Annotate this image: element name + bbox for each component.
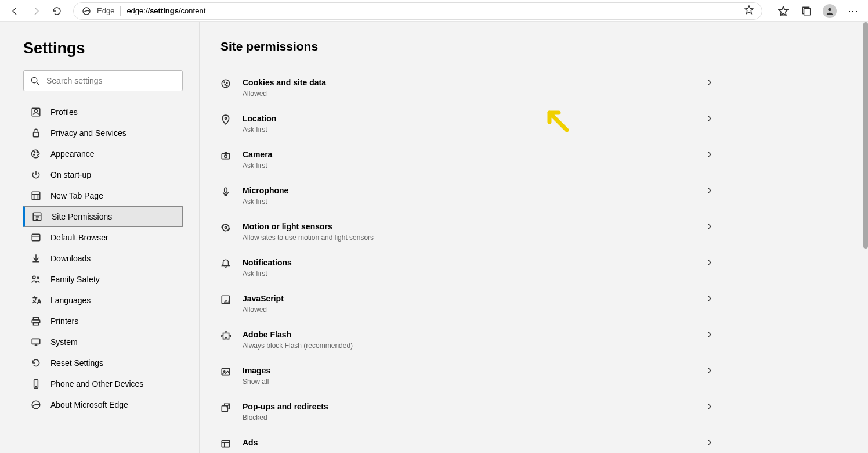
grid-icon	[31, 190, 41, 201]
sidebar-item-startup[interactable]: On start-up	[23, 164, 183, 185]
refresh-button[interactable]	[46, 1, 67, 21]
back-button[interactable]	[5, 1, 26, 21]
permission-status: Ask first	[243, 161, 693, 170]
sidebar-item-printers[interactable]: Printers	[23, 311, 183, 332]
permission-title: JavaScript	[243, 294, 693, 303]
permission-status: Allowed	[243, 89, 693, 98]
more-menu-icon[interactable]: ⋯	[842, 1, 863, 21]
svg-point-29	[225, 155, 227, 158]
permission-status: Allow sites to use motion and light sens…	[243, 233, 693, 242]
cookie-icon	[220, 78, 231, 89]
extension-icon	[220, 330, 231, 341]
profile-avatar[interactable]	[819, 1, 840, 21]
reset-icon	[31, 358, 41, 368]
sidebar-item-appearance[interactable]: Appearance	[23, 143, 183, 164]
permission-flash[interactable]: Adobe FlashAlways block Flash (recommend…	[220, 322, 714, 358]
svg-rect-6	[34, 132, 39, 137]
sidebar-item-label: New Tab Page	[50, 191, 103, 200]
forward-button[interactable]	[26, 1, 46, 21]
svg-point-22	[222, 80, 230, 88]
sidebar-item-label: On start-up	[50, 170, 91, 179]
permission-cookies[interactable]: Cookies and site dataAllowed	[220, 70, 714, 106]
permission-title: Images	[243, 366, 693, 375]
permission-title: Ads	[243, 438, 693, 447]
svg-rect-17	[34, 322, 39, 325]
profile-icon	[31, 107, 41, 117]
chevron-right-icon	[704, 330, 714, 339]
svg-point-24	[227, 82, 227, 83]
sidebar-item-default-browser[interactable]: Default Browser	[23, 227, 183, 248]
svg-rect-30	[225, 188, 227, 192]
main-content: Site permissions Cookies and site dataAl…	[200, 22, 868, 453]
sidebar-item-privacy[interactable]: Privacy and Services	[23, 123, 183, 143]
permission-camera[interactable]: CameraAsk first	[220, 142, 714, 178]
permission-status: Always block Flash (recommended)	[243, 341, 693, 350]
sidebar-item-label: Printers	[50, 317, 78, 326]
sidebar-item-about[interactable]: About Microsoft Edge	[23, 394, 183, 415]
sidebar-item-system[interactable]: System	[23, 332, 183, 353]
sidebar-item-downloads[interactable]: Downloads	[23, 248, 183, 269]
chevron-right-icon	[704, 114, 714, 123]
power-icon	[31, 170, 41, 180]
browser-icon	[31, 232, 41, 243]
sidebar-item-reset[interactable]: Reset Settings	[23, 353, 183, 373]
svg-point-23	[224, 82, 225, 82]
edge-icon	[31, 400, 41, 410]
bell-icon	[220, 258, 231, 269]
printer-icon	[31, 316, 41, 326]
svg-point-5	[35, 110, 38, 113]
svg-point-31	[225, 227, 226, 228]
sidebar-item-phone[interactable]: Phone and Other Devices	[23, 373, 183, 394]
edge-logo-icon	[82, 6, 91, 16]
permissions-icon	[32, 211, 42, 222]
permission-title: Pop-ups and redirects	[243, 402, 693, 411]
sidebar-item-newtab[interactable]: New Tab Page	[23, 185, 183, 206]
camera-icon	[220, 150, 231, 161]
address-bar[interactable]: Edge edge://settings/content	[73, 2, 762, 20]
sidebar-item-label: Languages	[50, 296, 91, 305]
svg-point-20	[35, 386, 36, 387]
chevron-right-icon	[704, 438, 714, 447]
svg-point-14	[37, 277, 39, 279]
sidebar-item-label: Appearance	[50, 149, 95, 159]
download-icon	[31, 253, 41, 264]
permission-images[interactable]: ImagesShow all	[220, 358, 714, 394]
system-icon	[31, 337, 41, 347]
permission-title: Location	[243, 114, 693, 123]
sidebar-item-label: System	[50, 337, 78, 347]
favorites-icon[interactable]	[773, 1, 794, 21]
star-outline-icon[interactable]	[744, 5, 754, 17]
permission-status: Blocked	[243, 414, 693, 422]
svg-rect-10	[32, 192, 40, 200]
permission-notifications[interactable]: NotificationsAsk first	[220, 250, 714, 286]
permission-microphone[interactable]: MicrophoneAsk first	[220, 178, 714, 214]
sidebar-item-languages[interactable]: Languages	[23, 290, 183, 311]
sidebar-item-label: Default Browser	[50, 233, 108, 242]
address-brand: Edge	[97, 6, 114, 15]
search-settings-box[interactable]	[23, 70, 183, 91]
permission-status: Ask first	[243, 197, 693, 206]
svg-text:JS: JS	[224, 299, 229, 304]
sidebar-item-label: Downloads	[50, 254, 91, 263]
chevron-right-icon	[704, 222, 714, 231]
sidebar-item-profiles[interactable]: Profiles	[23, 102, 183, 123]
search-input[interactable]	[46, 76, 175, 85]
sidebar-item-label: Site Permissions	[52, 212, 112, 221]
permission-motion[interactable]: Motion or light sensorsAllow sites to us…	[220, 214, 714, 250]
sidebar-item-family[interactable]: Family Safety	[23, 269, 183, 290]
sidebar-item-label: Phone and Other Devices	[50, 379, 143, 389]
chevron-right-icon	[704, 366, 714, 375]
permission-status: Ask first	[243, 269, 693, 278]
collections-icon[interactable]	[796, 1, 817, 21]
settings-sidebar: Settings Profiles Privacy and Services A…	[0, 22, 200, 453]
sidebar-item-label: Privacy and Services	[50, 128, 126, 138]
permission-ads[interactable]: Ads	[220, 430, 714, 453]
permission-location[interactable]: LocationAsk first	[220, 106, 714, 142]
permission-javascript[interactable]: JS JavaScriptAllowed	[220, 286, 714, 322]
permission-status: Allowed	[243, 305, 693, 314]
scrollbar-thumb[interactable]	[863, 22, 868, 249]
permission-popups[interactable]: Pop-ups and redirectsBlocked	[220, 394, 714, 430]
sidebar-item-permissions[interactable]: Site Permissions	[23, 206, 183, 227]
svg-rect-1	[804, 8, 811, 15]
palette-icon	[31, 149, 41, 159]
